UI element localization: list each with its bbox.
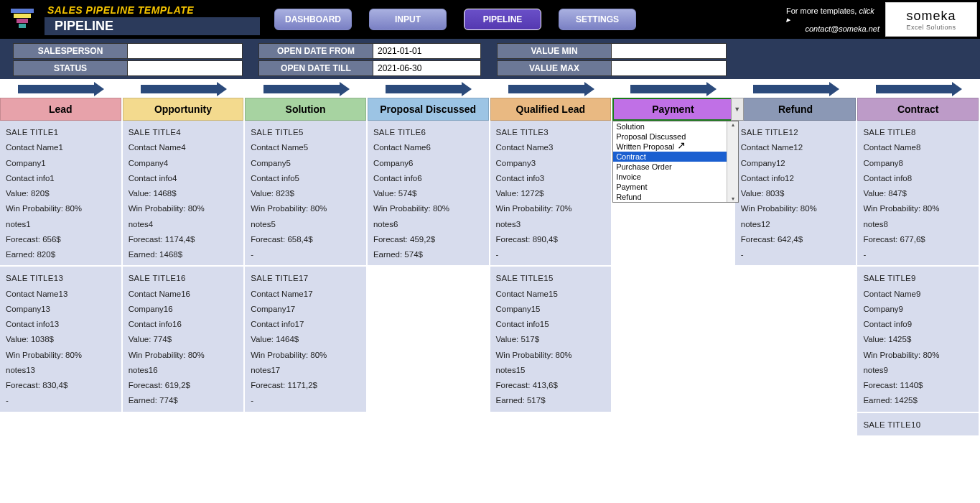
stage-header-solution[interactable]: Solution [245, 98, 366, 121]
top-bar: SALES PIPELINE TEMPLATE PIPELINE DASHBOA… [0, 0, 980, 39]
deal-card[interactable]: SALE TITLE12Contact Name12Company12Conta… [735, 121, 857, 265]
card-forecast: Forecast: 459,2$ [373, 232, 483, 247]
card-contact: Contact Name3 [496, 140, 606, 155]
card-info: Contact info8 [863, 171, 973, 186]
filter-salesperson-input[interactable] [128, 43, 243, 59]
card-notes: notes8 [863, 217, 973, 232]
dropdown-item[interactable]: Purchase Order [613, 162, 727, 172]
card-value: Value: 803$ [741, 186, 851, 201]
nav-input[interactable]: INPUT [369, 9, 447, 30]
card-contact: Contact Name13 [6, 287, 116, 302]
card-contact: Contact Name6 [373, 140, 483, 155]
card-title: SALE TITLE6 [373, 125, 483, 140]
card-forecast: Forecast: 1171,2$ [251, 378, 360, 393]
stage-column: SALE TITLE3Contact Name3Company3Contact … [490, 121, 613, 435]
stage-header-proposal-discussed[interactable]: Proposal Discussed [368, 98, 489, 121]
card-title: SALE TITLE5 [251, 125, 360, 140]
dropdown-item[interactable]: Refund [613, 192, 727, 202]
deal-card[interactable]: SALE TITLE8Contact Name8Company8Contact … [857, 121, 979, 265]
card-title: SALE TITLE10 [863, 417, 973, 433]
card-prob: Win Probability: 80% [863, 201, 973, 216]
stage-arrow-icon [368, 80, 490, 98]
dropdown-item[interactable]: Written Proposal [613, 142, 727, 152]
card-info: Contact info6 [373, 171, 483, 186]
title-block: SALES PIPELINE TEMPLATE PIPELINE [45, 0, 260, 39]
card-title: SALE TITLE9 [863, 271, 973, 286]
stage-header-contract[interactable]: Contract [857, 98, 979, 121]
filter-value-max-input[interactable] [612, 60, 727, 76]
stage-headers: LeadOpportunitySolutionProposal Discusse… [0, 98, 980, 121]
card-earned: Earned: 1425$ [863, 393, 973, 408]
card-value: Value: 517$ [496, 332, 606, 347]
dropdown-chevron-icon[interactable]: ▼ [731, 98, 744, 121]
stage-header-qualified-lead[interactable]: Qualified Lead [490, 98, 612, 121]
card-notes: notes9 [863, 363, 973, 378]
filter-open-from-label: OPEN DATE FROM [258, 43, 373, 59]
card-prob: Win Probability: 80% [251, 201, 360, 216]
dropdown-item[interactable]: Payment [613, 182, 727, 192]
status-dropdown[interactable]: SolutionProposal DiscussedWritten Propos… [612, 121, 739, 203]
card-title: SALE TITLE1 [6, 125, 116, 140]
card-earned: - [863, 247, 973, 262]
card-notes: notes13 [6, 363, 116, 378]
deal-card[interactable]: SALE TITLE5Contact Name5Company5Contact … [245, 121, 366, 265]
card-prob: Win Probability: 80% [129, 348, 238, 363]
nav-dashboard[interactable]: DASHBOARD [274, 9, 352, 30]
card-info: Contact info12 [741, 171, 851, 186]
dropdown-item[interactable]: Contract [613, 152, 727, 162]
card-notes: notes4 [129, 217, 238, 232]
contact-email[interactable]: contact@someka.net [806, 24, 880, 33]
dropdown-item[interactable]: Proposal Discussed [613, 131, 727, 142]
deal-card[interactable]: SALE TITLE3Contact Name3Company3Contact … [490, 121, 612, 265]
deal-card[interactable]: SALE TITLE4Contact Name4Company4Contact … [123, 121, 244, 265]
deal-card[interactable]: SALE TITLE13Contact Name13Company13Conta… [0, 267, 121, 411]
page-title: PIPELINE [45, 17, 260, 35]
card-value: Value: 574$ [373, 186, 483, 201]
filter-salesperson-label: SALESPERSON [13, 43, 128, 59]
card-contact: Contact Name1 [6, 140, 116, 155]
deal-card[interactable]: SALE TITLE9Contact Name9Company9Contact … [857, 267, 979, 411]
stage-header-lead[interactable]: Lead [0, 98, 121, 121]
card-value: Value: 1272$ [496, 186, 606, 201]
card-title: SALE TITLE12 [741, 125, 851, 140]
card-earned: - [6, 393, 116, 408]
arrow-strip [0, 79, 980, 98]
card-company: Company8 [863, 156, 973, 171]
card-title: SALE TITLE8 [863, 125, 973, 140]
card-prob: Win Probability: 80% [129, 201, 238, 216]
card-company: Company1 [6, 156, 116, 171]
stage-header-refund[interactable]: Refund [735, 98, 857, 121]
filter-open-from-input[interactable]: 2021-01-01 [373, 43, 481, 59]
card-info: Contact info17 [251, 317, 360, 332]
card-title: SALE TITLE4 [129, 125, 238, 140]
filter-status-input[interactable] [128, 60, 243, 76]
deal-card[interactable]: SALE TITLE15Contact Name15Company15Conta… [490, 267, 612, 411]
stage-column: SALE TITLE1Contact Name1Company1Contact … [0, 121, 123, 435]
filter-open-till-input[interactable]: 2021-06-30 [373, 60, 481, 76]
card-prob: Win Probability: 80% [741, 201, 851, 216]
card-value: Value: 1038$ [6, 332, 116, 347]
card-value: Value: 774$ [129, 332, 238, 347]
stage-header-opportunity[interactable]: Opportunity [123, 98, 244, 121]
dropdown-scrollbar[interactable]: ▴▾ [727, 121, 738, 202]
deal-card[interactable]: SALE TITLE10 [857, 413, 979, 435]
brand-logo[interactable]: someka Excel Solutions [885, 2, 977, 37]
dropdown-item[interactable]: Solution [613, 121, 727, 131]
card-prob: Win Probability: 80% [251, 348, 360, 363]
stage-arrow-icon [123, 80, 246, 98]
dropdown-item[interactable]: Invoice [613, 172, 727, 182]
deal-card[interactable]: SALE TITLE6Contact Name6Company6Contact … [368, 121, 489, 265]
card-earned: Earned: 517$ [496, 393, 606, 408]
deal-card[interactable]: SALE TITLE16Contact Name16Company16Conta… [123, 267, 244, 411]
card-value: Value: 847$ [863, 186, 973, 201]
filter-value-min-input[interactable] [612, 43, 727, 59]
card-earned: Earned: 574$ [373, 247, 483, 262]
card-value: Value: 823$ [251, 186, 360, 201]
stage-header-payment[interactable]: Payment [612, 98, 734, 121]
nav-settings[interactable]: SETTINGS [559, 9, 636, 30]
nav-pipeline[interactable]: PIPELINE [464, 9, 541, 30]
deal-card[interactable]: SALE TITLE1Contact Name1Company1Contact … [0, 121, 121, 265]
deal-card[interactable]: SALE TITLE17Contact Name17Company17Conta… [245, 267, 366, 411]
template-title: SALES PIPELINE TEMPLATE [45, 4, 260, 16]
filter-value-min-label: VALUE MIN [497, 43, 612, 59]
